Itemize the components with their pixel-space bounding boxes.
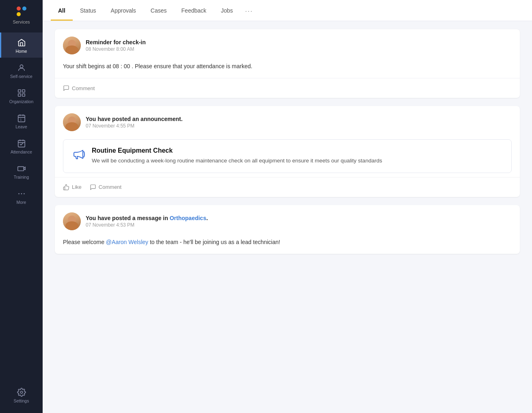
sidebar-item-organization[interactable]: Organization <box>0 83 43 108</box>
comment-button-1[interactable]: Comment <box>63 83 95 93</box>
sidebar-item-attendance[interactable]: Attendance <box>0 133 43 158</box>
card2-title: You have posted an announcement. <box>86 116 183 122</box>
svg-point-0 <box>20 65 23 68</box>
card1-title: Reminder for check-in <box>86 39 146 45</box>
settings-label: Settings <box>14 398 29 403</box>
comment-label-1: Comment <box>72 85 95 91</box>
card-reminder-header: Reminder for check-in 08 November 8:00 A… <box>55 29 520 58</box>
comment-button-2[interactable]: Comment <box>90 182 121 192</box>
sidebar-item-settings[interactable]: Settings <box>0 382 43 407</box>
dot-blue <box>22 6 26 11</box>
announcement-content: Routine Equipment Check We will be condu… <box>92 147 382 165</box>
card2-date: 07 November 4:55 PM <box>86 123 183 129</box>
organization-icon <box>17 89 26 97</box>
tab-status[interactable]: Status <box>73 0 104 21</box>
card1-meta: Reminder for check-in 08 November 8:00 A… <box>86 39 146 52</box>
tabs-bar: All Status Approvals Cases Feedback Jobs… <box>43 0 532 21</box>
comment-icon-2 <box>90 184 96 190</box>
card3-date: 07 November 4:53 PM <box>86 222 208 228</box>
card2-meta: You have posted an announcement. 07 Nove… <box>86 116 183 129</box>
comment-label-2: Comment <box>99 184 121 190</box>
leave-label: Leave <box>15 124 27 129</box>
svg-rect-4 <box>22 94 24 96</box>
card1-body: Your shift begins at 08 : 00 . Please en… <box>55 58 520 78</box>
svg-rect-7 <box>18 141 25 147</box>
dot-empty <box>22 12 26 16</box>
tab-approvals[interactable]: Approvals <box>104 0 143 21</box>
sidebar-item-home[interactable]: Home <box>0 32 43 58</box>
leave-icon: 1 <box>17 114 26 123</box>
sidebar-item-self-service[interactable]: Self-service <box>0 58 43 83</box>
card3-body-prefix: Please welcome <box>63 239 106 245</box>
dot-red <box>17 6 21 11</box>
logo-dots <box>17 6 26 16</box>
sidebar-logo: Services <box>0 0 43 32</box>
card-message: You have posted a message in Orthopaedic… <box>55 205 520 254</box>
tab-cases[interactable]: Cases <box>143 0 174 21</box>
main-content: All Status Approvals Cases Feedback Jobs… <box>43 0 532 413</box>
tab-more[interactable]: ··· <box>240 0 258 21</box>
avatar-card1 <box>63 37 81 54</box>
tab-feedback[interactable]: Feedback <box>174 0 214 21</box>
card1-actions: Comment <box>55 78 520 98</box>
svg-rect-3 <box>18 94 20 96</box>
card2-actions: Like Comment <box>55 177 520 197</box>
organization-label: Organization <box>9 99 34 104</box>
self-service-icon <box>17 63 26 72</box>
feed: Reminder for check-in 08 November 8:00 A… <box>43 21 532 413</box>
svg-rect-1 <box>18 90 20 92</box>
tab-jobs[interactable]: Jobs <box>214 0 240 21</box>
svg-point-10 <box>21 193 22 195</box>
self-service-label: Self-service <box>10 74 32 79</box>
card-reminder: Reminder for check-in 08 November 8:00 A… <box>55 29 520 98</box>
card3-title-suffix: . <box>206 215 208 221</box>
sidebar-item-leave[interactable]: 1 Leave <box>0 108 43 133</box>
home-icon <box>17 38 26 47</box>
megaphone-icon <box>71 147 86 162</box>
sidebar: Services Home Self-service Organization <box>0 0 43 413</box>
card-announcement-header: You have posted an announcement. 07 Nove… <box>55 106 520 135</box>
avatar-face-3 <box>63 212 81 230</box>
like-label-2: Like <box>72 184 82 190</box>
services-label: Services <box>13 19 30 28</box>
attendance-icon <box>17 139 26 148</box>
aaron-welsley-link[interactable]: @Aaron Welsley <box>106 239 148 245</box>
dot-yellow <box>17 12 21 16</box>
svg-text:1: 1 <box>20 118 22 121</box>
avatar-face-1 <box>63 37 81 54</box>
more-icon <box>17 189 26 198</box>
training-label: Training <box>14 175 29 179</box>
settings-icon <box>17 388 26 397</box>
training-icon <box>17 164 26 173</box>
card3-meta: You have posted a message in Orthopaedic… <box>86 215 208 228</box>
card3-title: You have posted a message in Orthopaedic… <box>86 215 208 221</box>
announcement-body: We will be conducting a week-long routin… <box>92 157 382 165</box>
like-button-2[interactable]: Like <box>63 182 82 192</box>
attendance-label: Attendance <box>11 149 32 154</box>
card-announcement: You have posted an announcement. 07 Nove… <box>55 106 520 197</box>
tab-all[interactable]: All <box>51 0 73 21</box>
avatar-face-2 <box>63 113 81 131</box>
sidebar-nav: Home Self-service Organization 1 Leave <box>0 32 43 376</box>
announcement-title: Routine Equipment Check <box>92 147 382 154</box>
card3-title-prefix: You have posted a message in <box>86 215 170 221</box>
announcement-embed: Routine Equipment Check We will be condu… <box>63 139 512 173</box>
orthopaedics-link[interactable]: Orthopaedics <box>170 215 206 221</box>
card1-body-text: Your shift begins at 08 : 00 . Please en… <box>63 63 252 69</box>
svg-point-11 <box>24 193 25 195</box>
svg-point-9 <box>18 193 19 195</box>
like-icon-2 <box>63 184 69 190</box>
avatar-card2 <box>63 113 81 131</box>
sidebar-bottom: Settings <box>0 376 43 413</box>
more-label: More <box>17 200 26 205</box>
avatar-card3 <box>63 212 81 230</box>
svg-point-12 <box>20 391 23 394</box>
sidebar-item-more[interactable]: More <box>0 184 43 209</box>
sidebar-item-training[interactable]: Training <box>0 158 43 184</box>
card-message-header: You have posted a message in Orthopaedic… <box>55 205 520 234</box>
svg-rect-8 <box>17 166 24 171</box>
svg-rect-2 <box>22 90 24 92</box>
home-label: Home <box>15 49 27 54</box>
comment-icon-1 <box>63 85 69 91</box>
card3-body: Please welcome @Aaron Welsley to the tea… <box>55 234 520 254</box>
